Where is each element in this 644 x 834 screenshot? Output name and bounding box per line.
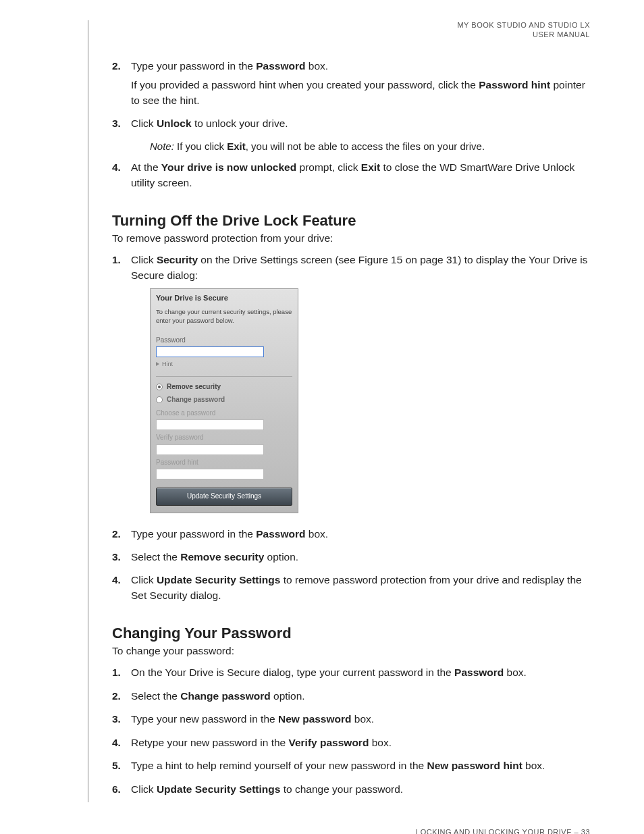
header-line-1: MY BOOK STUDIO AND STUDIO LX — [88, 20, 590, 30]
update-security-button[interactable]: Update Security Settings — [156, 488, 292, 506]
step-body: Type your new password in the New passwo… — [131, 712, 590, 731]
text: on the Drive Settings screen (see Figure… — [131, 254, 587, 280]
step-body: Type a hint to help remind yourself of y… — [131, 758, 590, 777]
remove-security-option[interactable]: Remove security — [156, 382, 292, 392]
bold: Exit — [227, 140, 246, 152]
step-number: 3. — [112, 550, 131, 569]
password-hint-input[interactable] — [156, 469, 264, 479]
text: box. — [369, 737, 392, 748]
sec1-step-1: 1. Click Security on the Drive Settings … — [112, 253, 590, 522]
secure-dialog: Your Drive is Secure To change your curr… — [150, 288, 298, 513]
text: Type a hint to help remind yourself of y… — [131, 760, 427, 771]
step-2: 2. Type your password in the Password bo… — [112, 59, 590, 112]
sec2-step-2: 2. Select the Change password option. — [112, 689, 590, 708]
step-body: Click Unlock to unlock your drive. — [131, 116, 590, 135]
step-number: 4. — [112, 573, 131, 607]
text: Select the — [131, 690, 180, 702]
step-body: On the Your Drive is Secure dialog, type… — [131, 665, 590, 684]
step-body: Retype your new password in the Verify p… — [131, 735, 590, 754]
text: If you provided a password hint when you… — [131, 79, 479, 90]
step-4: 4. At the Your drive is now unlocked pro… — [112, 160, 590, 194]
radio-icon — [156, 396, 163, 403]
sec2-step-6: 6. Click Update Security Settings to cha… — [112, 782, 590, 801]
bold: Security — [157, 254, 198, 265]
text: Retype your new password in the — [131, 737, 288, 748]
section-heading-turning-off: Turning Off the Drive Lock Feature — [112, 212, 590, 230]
page-content: 2. Type your password in the Password bo… — [88, 59, 590, 802]
password-input[interactable] — [156, 346, 264, 357]
bold: Password — [454, 667, 504, 678]
step-body: Click Security on the Drive Settings scr… — [131, 253, 590, 522]
step-number: 1. — [112, 253, 131, 522]
step-number: 4. — [112, 160, 131, 194]
radio-selected-icon — [156, 384, 163, 390]
hint-label: Hint — [162, 361, 173, 367]
bold: Update Security Settings — [157, 574, 280, 585]
choose-password-input[interactable] — [156, 419, 264, 430]
bold: New password — [278, 713, 352, 725]
note-label: Note: — [150, 140, 174, 152]
change-password-option[interactable]: Change password — [156, 395, 292, 405]
section-heading-changing-password: Changing Your Password — [112, 625, 590, 642]
text: to change your password. — [280, 783, 403, 795]
step-number: 5. — [112, 758, 131, 777]
section-intro: To change your password: — [112, 645, 590, 657]
text: option. — [271, 690, 305, 702]
note: Note: If you click Exit, you will not be… — [150, 139, 590, 153]
vertical-rule — [88, 20, 88, 802]
bold: Update Security Settings — [157, 783, 280, 795]
step-number: 2. — [112, 689, 131, 708]
verify-password-label: Verify password — [156, 433, 292, 443]
dialog-message: To change your current security settings… — [156, 308, 292, 325]
text: box. — [305, 60, 328, 72]
bold: Password hint — [479, 79, 550, 90]
bold: New password hint — [427, 760, 522, 771]
bold: Password — [256, 60, 305, 72]
step-number: 6. — [112, 782, 131, 801]
step-number: 1. — [112, 665, 131, 684]
text: Click — [131, 118, 157, 129]
text: Click — [131, 574, 157, 585]
password-hint-label: Password hint — [156, 458, 292, 468]
step-3: 3. Click Unlock to unlock your drive. — [112, 116, 590, 135]
sec1-step-2: 2. Type your password in the Password bo… — [112, 527, 590, 546]
text: box. — [522, 760, 545, 771]
text: , you will not be able to access the fil… — [246, 140, 485, 152]
sec2-step-3: 3. Type your new password in the New pas… — [112, 712, 590, 731]
step-number: 2. — [112, 527, 131, 546]
hint-toggle[interactable]: Hint — [156, 360, 292, 369]
text: Type your password in the — [131, 528, 256, 540]
step-number: 2. — [112, 59, 131, 112]
sec2-step-5: 5. Type a hint to help remind yourself o… — [112, 758, 590, 777]
bold: Your drive is now unlocked — [161, 161, 296, 173]
header-line-2: USER MANUAL — [88, 30, 590, 39]
step-body: Click Update Security Settings to change… — [131, 782, 590, 801]
step-body: At the Your drive is now unlocked prompt… — [131, 160, 590, 194]
text: box. — [352, 713, 375, 725]
text: Click — [131, 783, 157, 795]
choose-password-label: Choose a password — [156, 409, 292, 419]
text: Type your password in the — [131, 60, 256, 72]
divider — [156, 376, 292, 377]
bold: Change password — [180, 690, 271, 702]
text: box. — [305, 528, 328, 540]
page-header: MY BOOK STUDIO AND STUDIO LX USER MANUAL — [88, 20, 590, 40]
step-body: Type your password in the Password box. — [131, 527, 590, 546]
step-body: Select the Change password option. — [131, 689, 590, 708]
radio-label: Remove security — [167, 382, 221, 392]
triangle-right-icon — [156, 362, 159, 366]
password-label: Password — [156, 336, 292, 346]
bold: Remove security — [180, 551, 264, 563]
bold: Unlock — [157, 118, 192, 129]
step-body: Select the Remove security option. — [131, 550, 590, 569]
text: Select the — [131, 551, 180, 563]
dialog-title: Your Drive is Secure — [156, 293, 292, 304]
sec1-step-3: 3. Select the Remove security option. — [112, 550, 590, 569]
bold: Exit — [361, 161, 380, 173]
step-number: 3. — [112, 116, 131, 135]
sec2-step-1: 1. On the Your Drive is Secure dialog, t… — [112, 665, 590, 684]
text: If you click — [174, 140, 227, 152]
step-number: 4. — [112, 735, 131, 754]
verify-password-input[interactable] — [156, 444, 264, 455]
text: to unlock your drive. — [192, 118, 288, 129]
